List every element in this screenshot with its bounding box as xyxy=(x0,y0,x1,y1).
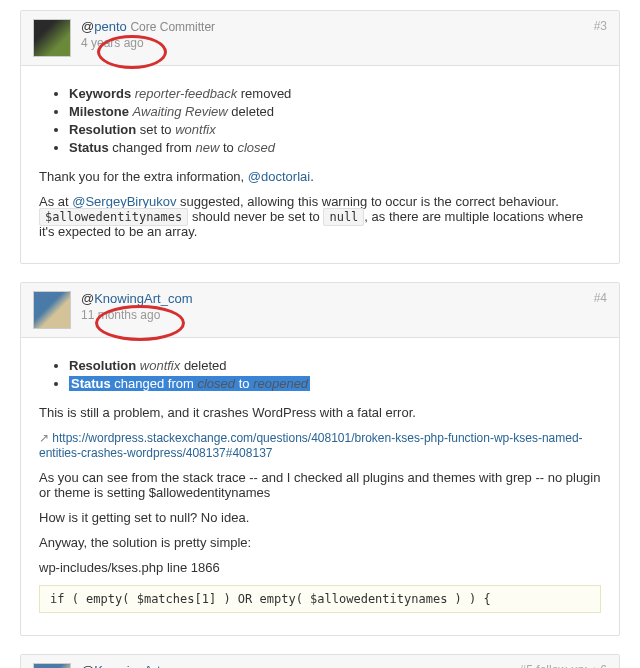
follow-up-link[interactable]: follow-up: ↓ 6 xyxy=(536,663,607,668)
change-item: Milestone Awaiting Review deleted xyxy=(69,104,601,119)
paragraph: As at @SergeyBiryukov suggested, allowin… xyxy=(39,194,601,239)
change-item: Resolution wontfix deleted xyxy=(69,358,601,373)
comment-header: @KnowingArt_com 11 months ago #4 xyxy=(21,283,619,338)
comment-meta-right: #5 follow-up: ↓ 6 xyxy=(520,663,607,668)
comment-5: @KnowingArt_com 11 months ago #5 follow-… xyxy=(20,654,620,668)
timestamp[interactable]: 11 months ago xyxy=(81,308,607,322)
external-link-wrap: https://wordpress.stackexchange.com/ques… xyxy=(39,430,601,460)
comment-number[interactable]: #5 xyxy=(520,663,533,668)
author-link[interactable]: KnowingArt_com xyxy=(94,663,192,668)
change-item: Resolution set to wontfix xyxy=(69,122,601,137)
change-list: Resolution wontfix deleted Status change… xyxy=(39,358,601,391)
author-link[interactable]: KnowingArt_com xyxy=(94,291,192,306)
comment-number[interactable]: #3 xyxy=(594,19,607,33)
paragraph: How is it getting set to null? No idea. xyxy=(39,510,601,525)
comment-4: @KnowingArt_com 11 months ago #4 Resolut… xyxy=(20,282,620,636)
change-list: Keywords reporter-feedback removed Miles… xyxy=(39,86,601,155)
author-prefix: @ xyxy=(81,291,94,306)
code-block: if ( empty( $matches[1] ) OR empty( $all… xyxy=(39,585,601,613)
comment-3: @pento Core Committer 4 years ago #3 Key… xyxy=(20,10,620,264)
avatar[interactable] xyxy=(33,291,71,329)
comment-header: @KnowingArt_com 11 months ago #5 follow-… xyxy=(21,655,619,668)
paragraph: Thank you for the extra information, @do… xyxy=(39,169,601,184)
user-role: Core Committer xyxy=(130,20,215,34)
paragraph: Anyway, the solution is pretty simple: xyxy=(39,535,601,550)
author-prefix: @ xyxy=(81,19,94,34)
author-prefix: @ xyxy=(81,663,94,668)
paragraph: As you can see from the stack trace -- a… xyxy=(39,470,601,500)
comment-body: Keywords reporter-feedback removed Miles… xyxy=(21,66,619,263)
paragraph: This is still a problem, and it crashes … xyxy=(39,405,601,420)
change-item: Status changed from new to closed xyxy=(69,140,601,155)
paragraph: wp-includes/kses.php line 1866 xyxy=(39,560,601,575)
inline-code: null xyxy=(323,208,364,226)
avatar[interactable] xyxy=(33,19,71,57)
avatar[interactable] xyxy=(33,663,71,668)
mention-link[interactable]: @doctorlai xyxy=(248,169,310,184)
timestamp[interactable]: 4 years ago xyxy=(81,36,607,50)
author-link[interactable]: pento xyxy=(94,19,127,34)
comment-body: Resolution wontfix deleted Status change… xyxy=(21,338,619,635)
comment-header: @pento Core Committer 4 years ago #3 xyxy=(21,11,619,66)
comment-number[interactable]: #4 xyxy=(594,291,607,305)
change-item: Status changed from closed to reopened xyxy=(69,376,601,391)
change-item: Keywords reporter-feedback removed xyxy=(69,86,601,101)
external-link[interactable]: https://wordpress.stackexchange.com/ques… xyxy=(39,431,583,460)
mention-link[interactable]: @SergeyBiryukov xyxy=(72,194,176,209)
